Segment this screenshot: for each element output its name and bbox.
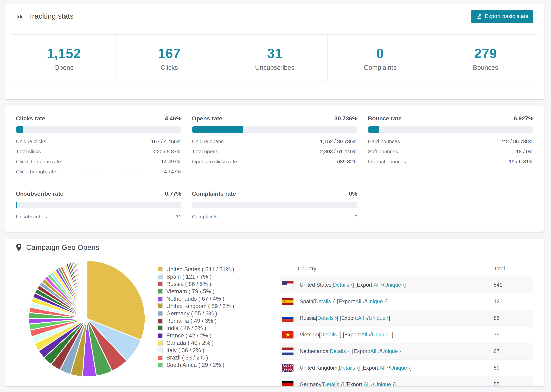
stat-box-complaints: 0Complaints — [327, 35, 433, 82]
rate-panel-title: Complaints rate — [192, 190, 236, 197]
slash: / — [380, 348, 381, 354]
rate-row-value: 220 / 5.87% — [154, 149, 181, 154]
stat-value: 279 — [474, 46, 497, 61]
details-link[interactable]: Details › — [333, 282, 353, 288]
legend-label: Germany ( 55 / 3% ) — [166, 310, 217, 317]
details-link[interactable]: Details › — [315, 298, 334, 305]
export-unique-link[interactable]: Unique › — [366, 298, 386, 305]
dotted-leader — [408, 163, 506, 163]
stat-value: 31 — [267, 46, 282, 61]
export-all-link[interactable]: All › — [364, 381, 373, 386]
legend-item-netherlands[interactable]: Netherlands ( 67 / 4% ) — [157, 295, 268, 302]
legend-item-canada[interactable]: Canada ( 40 / 2% ) — [157, 339, 268, 347]
legend-swatch — [157, 296, 162, 301]
export-all-link[interactable]: All › — [355, 298, 365, 305]
legend-swatch — [157, 333, 162, 338]
bracket: ] — [389, 315, 390, 321]
rate-row: Unsubscribes31 — [16, 214, 181, 220]
rate-progress-fill — [368, 126, 379, 133]
export-all-link[interactable]: All › — [361, 332, 370, 338]
legend-item-vietnam[interactable]: Vietnam ( 79 / 5% ) — [157, 288, 268, 295]
legend-item-united-states[interactable]: United States ( 541 / 31% ) — [157, 266, 268, 273]
legend-item-germany[interactable]: Germany ( 55 / 3% ) — [157, 310, 268, 317]
export-all-link[interactable]: All › — [370, 348, 380, 354]
details-link[interactable]: Details › — [317, 315, 337, 321]
details-link[interactable]: Details › — [320, 332, 340, 338]
rates-grid: Clicks rate4.46%Unique clicks167 / 4.456… — [5, 106, 544, 220]
export-all-link[interactable]: All › — [374, 282, 383, 288]
legend-label: Russia ( 86 / 5% ) — [166, 281, 211, 287]
stat-value: 1,152 — [47, 46, 81, 61]
stat-value: 167 — [158, 46, 181, 61]
rate-row-value: 2,303 / 61.446% — [320, 149, 357, 154]
rate-row: Total clicks220 / 5.87% — [16, 149, 181, 154]
bracket: ] — [394, 381, 396, 386]
export-unique-link[interactable]: Unique › — [390, 365, 410, 371]
rate-row: Total opens2,303 / 61.446% — [192, 149, 357, 154]
legend-swatch — [157, 311, 162, 316]
geo-opens-pie-chart[interactable] — [27, 259, 147, 378]
export-unique-link[interactable]: Unique › — [381, 348, 401, 354]
export-all-link[interactable]: All › — [358, 315, 367, 321]
legend-item-united-kingdom[interactable]: United Kingdom ( 59 / 3% ) — [157, 302, 268, 310]
rate-panel-title: Clicks rate — [16, 115, 45, 122]
details-link[interactable]: Details › — [339, 365, 358, 371]
details-link[interactable]: Details › — [330, 348, 349, 354]
rate-panel-value: 4.46% — [165, 115, 181, 122]
nl-flag-icon — [282, 348, 293, 355]
geo-table-row-de: Germany [Details ›] [Export: All › / Uni… — [280, 376, 533, 386]
rate-progress-bar — [192, 202, 357, 208]
legend-item-france[interactable]: France ( 42 / 2% ) — [157, 332, 268, 339]
rate-panel-opens-rate: Opens rate30.736%Unique opens1,152 / 30.… — [192, 115, 357, 175]
legend-label: India ( 46 / 3% ) — [166, 325, 206, 331]
export-all-link[interactable]: All › — [380, 365, 389, 371]
tracking-stats-card: Tracking stats Export basic stats 1,152O… — [5, 4, 544, 99]
export-button-label: Export basic stats — [485, 13, 528, 19]
legend-item-brazil[interactable]: Brazil ( 33 / 2% ) — [157, 354, 268, 361]
rate-panel-title: Bounce rate — [368, 115, 402, 122]
legend-item-india[interactable]: India ( 46 / 3% ) — [157, 324, 268, 332]
export-unique-link[interactable]: Unique › — [372, 332, 392, 338]
legend-item-romania[interactable]: Romania ( 49 / 3% ) — [157, 317, 268, 324]
stat-label: Bounces — [473, 64, 498, 71]
dotted-leader — [63, 163, 159, 163]
export-icon — [476, 13, 482, 19]
ru-flag-icon — [282, 314, 293, 322]
legend-label: Brazil ( 33 / 2% ) — [166, 354, 208, 361]
bracket: ] — [404, 282, 406, 288]
legend-label: United States ( 541 / 31% ) — [166, 266, 234, 273]
rate-row-value: 689.82% — [337, 159, 357, 165]
bracket: [ — [338, 365, 339, 371]
rate-row-label: Unique clicks — [16, 139, 46, 144]
stat-label: Opens — [54, 64, 73, 71]
dotted-leader — [58, 173, 162, 173]
rate-row-value: 1,152 / 30.736% — [320, 139, 357, 144]
geo-table-row-vn: Vietnam [Details ›] [Export: All › / Uni… — [280, 326, 533, 343]
legend-item-russia[interactable]: Russia ( 86 / 5% ) — [157, 280, 268, 288]
rate-panel-value: 0.77% — [165, 190, 181, 197]
export-basic-stats-button[interactable]: Export basic stats — [471, 10, 533, 23]
details-link[interactable]: Details › — [323, 381, 342, 386]
bar-chart-icon — [16, 13, 23, 20]
dotted-leader — [220, 218, 352, 218]
legend-swatch — [157, 355, 162, 360]
country-name: Spain — [300, 298, 313, 305]
dotted-leader — [400, 153, 514, 153]
geo-table-row-nl: Netherlands [Details ›] [Export: All › /… — [280, 343, 533, 359]
legend-item-italy[interactable]: Italy ( 36 / 2% ) — [157, 347, 268, 354]
rate-row: Clicks to opens rate14.497% — [16, 159, 181, 165]
export-unique-link[interactable]: Unique › — [369, 315, 389, 321]
export-unique-link[interactable]: Unique › — [374, 381, 394, 386]
country-name: Netherlands — [300, 348, 328, 354]
legend-item-spain[interactable]: Spain ( 121 / 7% ) — [157, 273, 268, 280]
legend-swatch — [157, 340, 162, 346]
legend-swatch — [157, 348, 162, 353]
de-flag-icon — [282, 381, 293, 386]
slash: / — [365, 298, 366, 305]
tracking-stats-title-text: Tracking stats — [28, 12, 74, 20]
legend-item-south-africa[interactable]: South Africa ( 29 / 2% ) — [157, 361, 268, 369]
bracket: [ — [319, 332, 320, 338]
export-unique-link[interactable]: Unique › — [384, 282, 404, 288]
rate-panel-value: 0% — [349, 190, 357, 197]
dotted-leader — [49, 218, 173, 218]
